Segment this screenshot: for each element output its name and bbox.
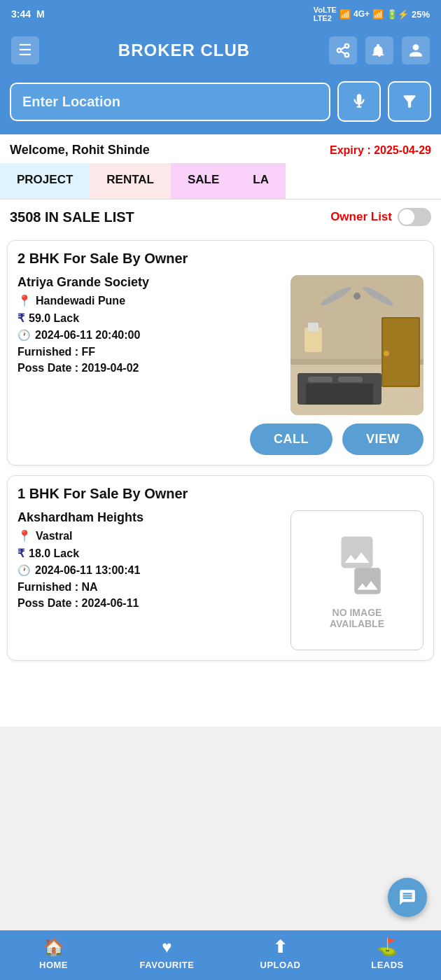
favourite-icon: ♥ xyxy=(162,937,172,957)
call-button-1[interactable]: CALL xyxy=(250,424,332,455)
location-icon-2: 📍 xyxy=(18,529,31,542)
status-4g: 4G+ xyxy=(354,9,370,19)
card-1-image xyxy=(290,275,424,415)
view-button-1[interactable]: VIEW xyxy=(342,424,424,455)
owner-toggle: Owner List xyxy=(330,208,431,226)
card-1-location: 📍 Handewadi Pune xyxy=(18,294,282,307)
status-signal-1: 📶 xyxy=(340,9,351,20)
card-1-price: ₹ 59.0 Lack xyxy=(18,312,282,325)
card-2-title: 1 BHK For Sale By Owner xyxy=(18,486,424,502)
status-time: 3:44 xyxy=(11,8,31,20)
card-2-location-text: Vastral xyxy=(36,530,72,542)
share-icon[interactable] xyxy=(329,36,357,64)
status-bar: 3:44 M VoLTELTE2 📶 4G+ 📶 🔋⚡ 25% xyxy=(0,0,441,28)
status-left: 3:44 M xyxy=(11,8,45,20)
status-battery-icon: 🔋⚡ xyxy=(386,9,409,20)
svg-rect-11 xyxy=(373,373,382,405)
svg-line-4 xyxy=(341,47,345,50)
svg-rect-12 xyxy=(308,377,332,382)
list-header: 3508 IN SALE LIST Owner List xyxy=(0,200,441,234)
card-2-poss: Poss Date : 2024-06-11 xyxy=(18,597,282,610)
card-1-body: Atriya Grande Society 📍 Handewadi Pune ₹… xyxy=(18,275,424,415)
status-right: VoLTELTE2 📶 4G+ 📶 🔋⚡ 25% xyxy=(314,6,430,22)
nav-leads-label: LEADS xyxy=(371,960,404,970)
status-carrier: M xyxy=(36,8,45,20)
card-1-price-text: 59.0 Lack xyxy=(29,312,79,325)
svg-rect-20 xyxy=(304,328,322,352)
clock-icon-1: 🕐 xyxy=(18,329,31,342)
card-2-details: Akshardham Heights 📍 Vastral ₹ 18.0 Lack… xyxy=(18,510,282,650)
header-icons xyxy=(329,36,430,64)
card-1-location-text: Handewadi Pune xyxy=(36,295,125,307)
card-2-no-image: NO IMAGEAVAILABLE xyxy=(290,510,424,650)
property-card-1: 2 BHK For Sale By Owner Atriya Grande So… xyxy=(7,240,434,465)
card-2-price: ₹ 18.0 Lack xyxy=(18,547,282,560)
card-2-body: Akshardham Heights 📍 Vastral ₹ 18.0 Lack… xyxy=(18,510,424,650)
svg-rect-13 xyxy=(338,377,363,382)
home-icon: 🏠 xyxy=(43,937,64,957)
svg-rect-21 xyxy=(308,323,318,331)
owner-toggle-switch[interactable] xyxy=(398,208,431,226)
card-2-furnished: Furnished : NA xyxy=(18,581,282,594)
rupee-icon-1: ₹ xyxy=(18,312,24,325)
main-content: Welcome, Rohit Shinde Expiry : 2025-04-2… xyxy=(0,134,441,727)
expiry-text: Expiry : 2025-04-29 xyxy=(330,144,431,157)
nav-home-label: HOME xyxy=(39,960,68,970)
card-2-date: 🕐 2024-06-11 13:00:41 xyxy=(18,564,282,577)
menu-icon[interactable]: ☰ xyxy=(11,36,39,64)
owner-label: Owner List xyxy=(330,210,392,224)
card-1-details: Atriya Grande Society 📍 Handewadi Pune ₹… xyxy=(18,275,282,415)
status-battery: 25% xyxy=(412,9,430,20)
bottom-nav: 🏠 HOME ♥ FAVOURITE ⬆ UPLOAD ⛳ LEADS xyxy=(0,930,441,980)
card-1-date: 🕐 2024-06-11 20:40:00 xyxy=(18,329,282,342)
status-network: VoLTELTE2 xyxy=(314,6,337,22)
location-icon-1: 📍 xyxy=(18,294,31,307)
nav-upload[interactable]: ⬆ UPLOAD xyxy=(259,937,301,970)
nav-home[interactable]: 🏠 HOME xyxy=(33,937,75,970)
tab-la[interactable]: LA xyxy=(236,163,286,199)
tab-project[interactable]: PROJECT xyxy=(0,163,90,199)
card-1-date-text: 2024-06-11 20:40:00 xyxy=(35,329,140,342)
nav-upload-label: UPLOAD xyxy=(260,960,301,970)
notification-icon[interactable] xyxy=(365,36,393,64)
app-header: ☰ BROKER CLUB xyxy=(0,28,441,73)
welcome-row: Welcome, Rohit Shinde Expiry : 2025-04-2… xyxy=(0,134,441,163)
tab-sale[interactable]: SALE xyxy=(171,163,236,199)
card-1-furnished: Furnished : FF xyxy=(18,346,282,358)
chat-fab[interactable] xyxy=(388,878,427,917)
user-icon[interactable] xyxy=(402,36,430,64)
status-signal-2: 📶 xyxy=(372,9,384,20)
location-search-input[interactable] xyxy=(10,83,330,121)
app-title: BROKER CLUB xyxy=(118,41,250,60)
card-1-society: Atriya Grande Society xyxy=(18,275,282,290)
category-tabs: PROJECT RENTAL SALE LA xyxy=(0,163,441,200)
leads-icon: ⛳ xyxy=(377,937,398,957)
upload-icon: ⬆ xyxy=(273,937,287,957)
nav-favourite-label: FAVOURITE xyxy=(140,960,195,970)
svg-point-14 xyxy=(354,293,360,300)
card-1-poss: Poss Date : 2019-04-02 xyxy=(18,362,282,374)
card-2-society: Akshardham Heights xyxy=(18,510,282,525)
svg-line-3 xyxy=(341,51,345,54)
svg-point-19 xyxy=(384,351,389,356)
card-1-title: 2 BHK For Sale By Owner xyxy=(18,251,424,267)
property-card-2: 1 BHK For Sale By Owner Akshardham Heigh… xyxy=(7,475,434,661)
card-2-price-text: 18.0 Lack xyxy=(29,547,79,560)
nav-leads[interactable]: ⛳ LEADS xyxy=(366,937,408,970)
mic-button[interactable] xyxy=(337,81,381,122)
tab-rental[interactable]: RENTAL xyxy=(90,163,171,199)
card-2-date-text: 2024-06-11 13:00:41 xyxy=(35,564,140,577)
rupee-icon-2: ₹ xyxy=(18,547,24,560)
welcome-text: Welcome, Rohit Shinde xyxy=(10,143,150,158)
clock-icon-2: 🕐 xyxy=(18,564,31,577)
nav-favourite[interactable]: ♥ FAVOURITE xyxy=(140,937,195,970)
card-2-society-text: Akshardham Heights xyxy=(18,510,144,525)
search-bar xyxy=(0,73,441,134)
svg-rect-10 xyxy=(298,373,306,405)
card-2-location: 📍 Vastral xyxy=(18,529,282,542)
no-image-text: NO IMAGEAVAILABLE xyxy=(330,607,384,629)
card-1-society-text: Atriya Grande Society xyxy=(18,275,149,290)
list-count: 3508 IN SALE LIST xyxy=(10,209,134,225)
card-1-actions: CALL VIEW xyxy=(18,424,424,455)
filter-button[interactable] xyxy=(388,81,431,122)
